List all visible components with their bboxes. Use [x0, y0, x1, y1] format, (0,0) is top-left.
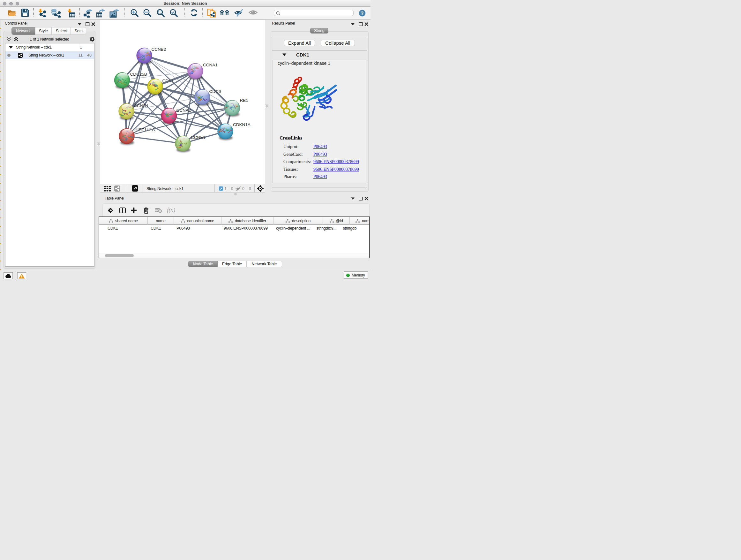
- svg-text:RB1: RB1: [240, 98, 248, 103]
- svg-text:?: ?: [361, 10, 364, 16]
- svg-text:CDC25B: CDC25B: [130, 72, 147, 77]
- svg-text:CCNB1: CCNB1: [134, 104, 149, 108]
- svg-text:CDC6: CDC6: [209, 89, 221, 94]
- svg-text:CDKN1A: CDKN1A: [233, 122, 251, 127]
- svg-text:CCNA2: CCNA2: [177, 108, 191, 113]
- svg-text:CDK1: CDK1: [162, 78, 174, 83]
- svg-text:CCNA1: CCNA1: [203, 63, 218, 67]
- svg-text:CCNB2: CCNB2: [151, 47, 166, 52]
- svg-text:HIST1H1A: HIST1H1A: [134, 127, 155, 132]
- svg-text:CCNE1: CCNE1: [191, 135, 205, 140]
